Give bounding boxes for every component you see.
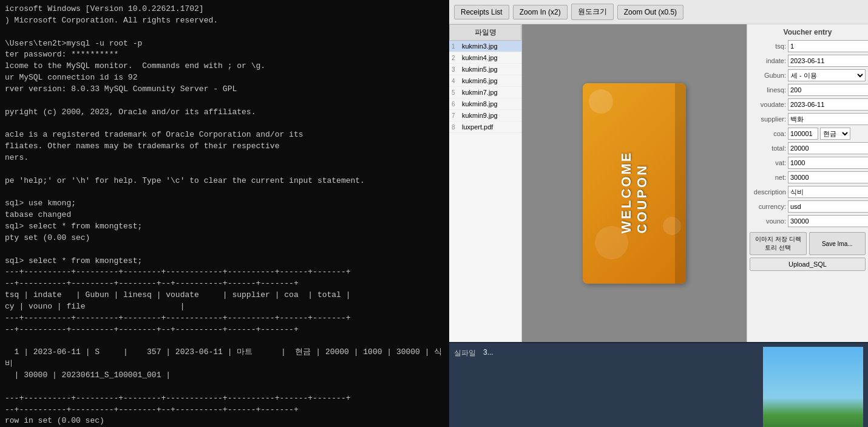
total-row: total: <box>750 142 866 154</box>
supplier-row: supplier: <box>750 113 866 125</box>
total-input[interactable] <box>788 142 868 154</box>
list-item[interactable]: 1 kukmin3.jpg <box>449 41 521 52</box>
vouno-label: vouno: <box>750 217 786 225</box>
linesq-label: linesq: <box>750 86 786 94</box>
voudate-input[interactable] <box>788 98 868 111</box>
list-item[interactable]: 4 kukmin6.jpg <box>449 75 521 87</box>
description-row: description <box>750 186 866 198</box>
net-label: net: <box>750 174 786 181</box>
supplier-label: supplier: <box>750 115 786 123</box>
file-list-panel: 파일명 1 kukmin3.jpg 2 kukmin4.jpg 3 kukmin… <box>449 24 522 342</box>
right-panel: Receipts List Zoom In (x2) 원도크기 Zoom Out… <box>449 0 868 427</box>
terminal-window[interactable]: icrosoft Windows [Version 10.0.22621.170… <box>0 0 449 427</box>
save-image-button[interactable]: Save Ima... <box>809 232 866 255</box>
file-list-header: 파일명 <box>449 24 521 41</box>
voudate-row: voudate: ▼ <box>750 98 866 111</box>
linesq-input[interactable] <box>788 84 868 96</box>
tsq-row: tsq: <box>750 40 866 52</box>
coa-label: coa: <box>750 130 786 137</box>
coa-type-select[interactable]: 현금 <box>820 128 850 140</box>
bottom-row: 실파일 3... <box>454 347 758 358</box>
currency-input[interactable] <box>788 200 868 213</box>
list-item[interactable]: 5 kukmin7.jpg <box>449 87 521 98</box>
vat-label: vat: <box>750 159 786 166</box>
main-content: 파일명 1 kukmin3.jpg 2 kukmin4.jpg 3 kukmin… <box>449 24 868 342</box>
file-list: 1 kukmin3.jpg 2 kukmin4.jpg 3 kukmin5.jp… <box>449 41 521 342</box>
bottom-info: 실파일 3... <box>454 347 758 358</box>
supplier-input[interactable] <box>788 113 868 125</box>
file-value: 3... <box>483 347 493 358</box>
net-row: net: <box>750 171 866 183</box>
list-item[interactable]: 6 kukmin8.jpg <box>449 98 521 110</box>
coupon-card: WELCOME COUPON <box>583 83 686 284</box>
coupon-text: WELCOME COUPON <box>619 133 650 233</box>
coa-row: coa: 현금 <box>750 128 866 140</box>
form-title: Voucher entry <box>750 27 866 40</box>
toolbar: Receipts List Zoom In (x2) 원도크기 Zoom Out… <box>449 0 868 24</box>
vouno-row: vouno: <box>750 215 866 227</box>
net-input[interactable] <box>788 171 868 183</box>
coupon-stripe <box>675 83 686 284</box>
voudate-label: voudate: <box>750 101 786 108</box>
vat-input[interactable] <box>788 157 868 169</box>
coupon-decoration-circle1 <box>589 89 613 114</box>
list-item[interactable]: 2 kukmin4.jpg <box>449 52 521 64</box>
gubun-label: Gubun: <box>750 72 786 79</box>
list-item[interactable]: 8 luxpert.pdf <box>449 121 521 133</box>
tsq-input[interactable] <box>788 40 868 52</box>
gubun-row: Gubun: 세 - 이용 <box>750 69 866 81</box>
list-item[interactable]: 7 kukmin9.jpg <box>449 110 521 121</box>
terminal-output: icrosoft Windows [Version 10.0.22621.170… <box>5 4 444 427</box>
total-label: total: <box>750 145 786 152</box>
desktop-preview <box>763 347 863 427</box>
receipts-list-button[interactable]: Receipts List <box>454 5 509 19</box>
currency-row: currency: <box>750 200 866 213</box>
upload-sql-button[interactable]: Upload_SQL <box>750 258 866 271</box>
zoom-out-button[interactable]: Zoom Out (x0.5) <box>617 5 683 19</box>
linesq-row: linesq: <box>750 84 866 96</box>
file-label: 실파일 <box>454 347 476 358</box>
indate-row: indate: ▼ <box>750 55 866 67</box>
indate-label: indate: <box>750 57 786 64</box>
bottom-bar: 실파일 3... <box>449 342 868 427</box>
form-panel: Voucher entry tsq: indate: ▼ Gubun: 세 - … <box>747 24 868 342</box>
image-preview: WELCOME COUPON <box>522 24 747 342</box>
currency-label: currency: <box>750 203 786 210</box>
zoom-in-button[interactable]: Zoom In (x2) <box>513 5 568 19</box>
description-label: description <box>750 188 786 196</box>
list-item[interactable]: 3 kukmin5.jpg <box>449 64 521 75</box>
description-input[interactable] <box>788 186 868 198</box>
coa-input[interactable] <box>788 128 818 140</box>
image-dir-button[interactable]: 이마지 저장 디렉토리 선택 <box>750 232 807 255</box>
vouno-input[interactable] <box>788 215 868 227</box>
form-actions: 이마지 저장 디렉토리 선택 Save Ima... <box>750 232 866 255</box>
indate-input[interactable] <box>788 55 868 67</box>
gubun-select[interactable]: 세 - 이용 <box>788 69 866 81</box>
zoom-normal-button[interactable]: 원도크기 <box>571 4 614 20</box>
tsq-label: tsq: <box>750 43 786 50</box>
vat-row: vat: <box>750 157 866 169</box>
